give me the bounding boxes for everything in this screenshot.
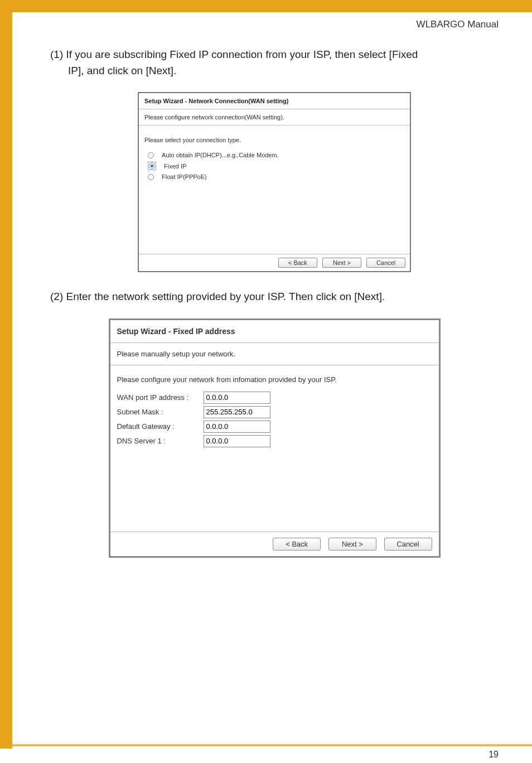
top-accent-bar [0, 0, 532, 12]
page-number: 19 [489, 750, 499, 760]
wizard1-title: Setup Wizard - Network Connection(WAN se… [139, 93, 410, 109]
wizard-wan-setting: Setup Wizard - Network Connection(WAN se… [138, 92, 411, 272]
radio-label-pppoe: Float IP(PPPoE) [162, 173, 207, 180]
radio-focus-box [148, 162, 156, 170]
radio-row-pppoe[interactable]: Float IP(PPPoE) [144, 172, 404, 182]
cancel-button[interactable]: Cancel [384, 538, 432, 550]
side-accent-strip [0, 12, 12, 748]
dns1-label: DNS Server 1 : [117, 437, 204, 445]
footer-rule [12, 744, 532, 746]
step1-instruction: (1) If you are subscribing Fixed IP conn… [50, 47, 499, 79]
radio-icon [148, 152, 154, 158]
subnet-input[interactable] [204, 406, 270, 418]
step1-text-line2: IP], and click on [Next]. [68, 63, 499, 79]
dns1-input[interactable] [204, 435, 270, 447]
radio-row-dhcp[interactable]: Auto obtain IP(DHCP)...e.g..Cable Modem. [144, 150, 404, 160]
next-button[interactable]: Next > [328, 538, 376, 550]
radio-icon-checked [149, 163, 155, 169]
wizard1-subtitle: Please configure network connection(WAN … [139, 109, 410, 125]
wan-ip-input[interactable] [204, 392, 270, 404]
step2-text: (2) Enter the network setting provided b… [50, 291, 385, 302]
subnet-label: Subnet Mask : [117, 408, 204, 416]
wan-ip-label: WAN port IP address : [117, 393, 204, 402]
radio-icon [148, 174, 154, 180]
cancel-button[interactable]: Cancel [366, 258, 405, 268]
manual-title: WLBARGO Manual [0, 12, 532, 30]
wizard2-hint: Please configure your network from infom… [117, 375, 432, 384]
gateway-label: Default Gateway : [117, 422, 204, 431]
wizard2-subtitle: Please manually setup your network. [110, 343, 439, 365]
radio-label-fixed: Fixed IP [164, 163, 186, 170]
gateway-input[interactable] [204, 421, 270, 433]
wizard-fixed-ip: Setup Wizard - Fixed IP address Please m… [109, 318, 441, 558]
back-button[interactable]: < Back [278, 258, 317, 268]
wizard2-title: Setup Wizard - Fixed IP address [110, 320, 439, 343]
step2-instruction: (2) Enter the network setting provided b… [50, 289, 499, 305]
back-button[interactable]: < Back [273, 538, 321, 550]
radio-row-fixed-ip[interactable]: Fixed IP [144, 160, 404, 172]
radio-label-dhcp: Auto obtain IP(DHCP)...e.g..Cable Modem. [162, 152, 279, 158]
step1-text-line1: (1) If you are subscribing Fixed IP conn… [50, 49, 418, 60]
next-button[interactable]: Next > [322, 258, 361, 268]
wizard1-hint: Please select your connection type. [144, 137, 404, 143]
